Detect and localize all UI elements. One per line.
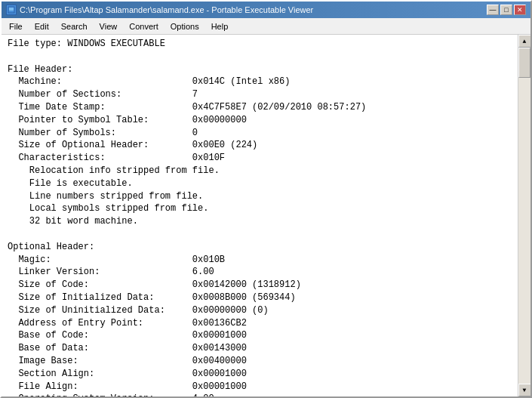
main-window: C:\Program Files\Altap Salamander\salama… [0, 0, 532, 398]
minimize-button[interactable]: — [487, 5, 499, 15]
scroll-up-button[interactable]: ▲ [518, 35, 531, 48]
window-icon [6, 5, 17, 15]
content-area: File type: WINDOWS EXECUTABLE File Heade… [2, 35, 530, 396]
vertical-scrollbar[interactable]: ▲ ▼ [518, 35, 530, 396]
title-bar: C:\Program Files\Altap Salamander\salama… [2, 2, 530, 18]
menu-view[interactable]: View [94, 20, 124, 32]
scroll-thumb[interactable] [518, 48, 530, 78]
scroll-track[interactable] [518, 48, 530, 384]
menu-bar: File Edit Search View Convert Options He… [2, 18, 530, 35]
title-buttons: — □ ✕ [487, 5, 526, 15]
menu-options[interactable]: Options [165, 20, 205, 32]
window-title: C:\Program Files\Altap Salamander\salama… [20, 5, 313, 14]
menu-edit[interactable]: Edit [29, 20, 55, 32]
svg-rect-1 [9, 8, 14, 11]
maximize-button[interactable]: □ [500, 5, 512, 15]
menu-search[interactable]: Search [55, 20, 94, 32]
file-content[interactable]: File type: WINDOWS EXECUTABLE File Heade… [2, 35, 518, 396]
title-bar-left: C:\Program Files\Altap Salamander\salama… [6, 5, 313, 15]
close-button[interactable]: ✕ [514, 5, 526, 15]
menu-help[interactable]: Help [205, 20, 235, 32]
scroll-down-button[interactable]: ▼ [518, 384, 531, 396]
menu-file[interactable]: File [3, 20, 29, 32]
menu-convert[interactable]: Convert [123, 20, 165, 32]
